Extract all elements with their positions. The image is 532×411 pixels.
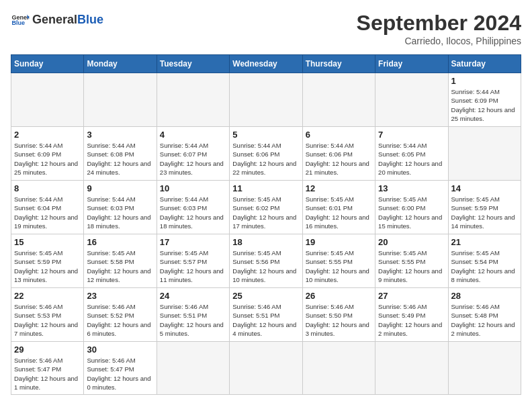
day-info: Sunrise: 5:45 AM Sunset: 5:56 PM Dayligh…	[232, 248, 299, 284]
weekday-header-tuesday: Tuesday	[157, 55, 229, 73]
logo-icon: General Blue	[11, 11, 30, 30]
day-info: Sunrise: 5:46 AM Sunset: 5:49 PM Dayligh…	[378, 302, 445, 338]
calendar-day: 16Sunrise: 5:45 AM Sunset: 5:58 PM Dayli…	[84, 234, 157, 288]
day-number: 10	[160, 183, 226, 193]
title-block: September 2024 Carriedo, Ilocos, Philipp…	[357, 11, 521, 46]
calendar-day	[375, 342, 448, 395]
svg-text:Blue: Blue	[11, 19, 25, 26]
calendar-day: 20Sunrise: 5:45 AM Sunset: 5:55 PM Dayli…	[375, 234, 448, 288]
day-number: 29	[14, 345, 81, 355]
day-number: 4	[160, 130, 226, 140]
day-number: 6	[306, 130, 372, 140]
calendar-day: 28Sunrise: 5:46 AM Sunset: 5:48 PM Dayli…	[448, 288, 521, 342]
day-info: Sunrise: 5:44 AM Sunset: 6:09 PM Dayligh…	[14, 141, 81, 177]
day-number: 2	[14, 130, 81, 140]
day-info: Sunrise: 5:45 AM Sunset: 5:58 PM Dayligh…	[87, 248, 153, 284]
calendar-day	[84, 73, 157, 127]
calendar-day	[375, 73, 448, 127]
day-info: Sunrise: 5:46 AM Sunset: 5:52 PM Dayligh…	[87, 302, 153, 338]
calendar-day: 23Sunrise: 5:46 AM Sunset: 5:52 PM Dayli…	[84, 288, 157, 342]
calendar-day	[157, 342, 229, 395]
calendar-day: 13Sunrise: 5:45 AM Sunset: 6:00 PM Dayli…	[375, 181, 448, 234]
calendar-day: 2Sunrise: 5:44 AM Sunset: 6:09 PM Daylig…	[11, 127, 84, 181]
day-number: 23	[87, 291, 153, 301]
day-info: Sunrise: 5:46 AM Sunset: 5:47 PM Dayligh…	[14, 356, 81, 392]
day-number: 28	[451, 291, 518, 301]
calendar-day: 8Sunrise: 5:44 AM Sunset: 6:04 PM Daylig…	[11, 181, 84, 234]
calendar-table: SundayMondayTuesdayWednesdayThursdayFrid…	[11, 54, 521, 395]
day-info: Sunrise: 5:44 AM Sunset: 6:03 PM Dayligh…	[160, 195, 226, 230]
calendar-day: 29Sunrise: 5:46 AM Sunset: 5:47 PM Dayli…	[11, 342, 84, 395]
day-info: Sunrise: 5:44 AM Sunset: 6:08 PM Dayligh…	[87, 141, 153, 177]
calendar-day: 15Sunrise: 5:45 AM Sunset: 5:59 PM Dayli…	[11, 234, 84, 288]
calendar-day	[230, 73, 302, 127]
weekday-header-row: SundayMondayTuesdayWednesdayThursdayFrid…	[11, 55, 521, 73]
calendar-day: 27Sunrise: 5:46 AM Sunset: 5:49 PM Dayli…	[375, 288, 448, 342]
calendar-week-5: 22Sunrise: 5:46 AM Sunset: 5:53 PM Dayli…	[11, 288, 521, 342]
calendar-day	[11, 73, 84, 127]
day-number: 9	[87, 183, 153, 193]
calendar-week-3: 8Sunrise: 5:44 AM Sunset: 6:04 PM Daylig…	[11, 181, 521, 234]
calendar-day	[302, 342, 375, 395]
location: Carriedo, Ilocos, Philippines	[357, 36, 521, 46]
calendar-week-2: 2Sunrise: 5:44 AM Sunset: 6:09 PM Daylig…	[11, 127, 521, 181]
calendar-day: 21Sunrise: 5:45 AM Sunset: 5:54 PM Dayli…	[448, 234, 521, 288]
weekday-header-wednesday: Wednesday	[230, 55, 302, 73]
logo: General Blue GeneralBlue	[11, 11, 103, 30]
day-info: Sunrise: 5:44 AM Sunset: 6:06 PM Dayligh…	[232, 141, 299, 177]
calendar-day: 11Sunrise: 5:45 AM Sunset: 6:02 PM Dayli…	[230, 181, 302, 234]
day-info: Sunrise: 5:46 AM Sunset: 5:51 PM Dayligh…	[232, 302, 299, 338]
calendar-day: 14Sunrise: 5:45 AM Sunset: 5:59 PM Dayli…	[448, 181, 521, 234]
day-number: 3	[87, 130, 153, 140]
logo-text: GeneralBlue	[32, 13, 103, 27]
day-info: Sunrise: 5:46 AM Sunset: 5:50 PM Dayligh…	[306, 302, 372, 338]
day-info: Sunrise: 5:44 AM Sunset: 6:04 PM Dayligh…	[14, 195, 81, 230]
calendar-day: 25Sunrise: 5:46 AM Sunset: 5:51 PM Dayli…	[230, 288, 302, 342]
day-number: 19	[306, 237, 372, 247]
day-info: Sunrise: 5:46 AM Sunset: 5:47 PM Dayligh…	[87, 356, 153, 392]
calendar-day: 7Sunrise: 5:44 AM Sunset: 6:05 PM Daylig…	[375, 127, 448, 181]
weekday-header-saturday: Saturday	[448, 55, 521, 73]
day-info: Sunrise: 5:44 AM Sunset: 6:09 PM Dayligh…	[451, 87, 518, 123]
day-number: 8	[14, 183, 81, 193]
day-info: Sunrise: 5:46 AM Sunset: 5:53 PM Dayligh…	[14, 302, 81, 338]
day-number: 11	[232, 183, 299, 193]
calendar-day: 5Sunrise: 5:44 AM Sunset: 6:06 PM Daylig…	[230, 127, 302, 181]
calendar-day: 18Sunrise: 5:45 AM Sunset: 5:56 PM Dayli…	[230, 234, 302, 288]
day-number: 14	[451, 183, 518, 193]
day-info: Sunrise: 5:45 AM Sunset: 6:00 PM Dayligh…	[378, 195, 445, 230]
page-header: General Blue GeneralBlue September 2024 …	[11, 11, 521, 46]
calendar-day	[157, 73, 229, 127]
calendar-day	[448, 127, 521, 181]
calendar-day: 17Sunrise: 5:45 AM Sunset: 5:57 PM Dayli…	[157, 234, 229, 288]
weekday-header-sunday: Sunday	[11, 55, 84, 73]
calendar-day	[302, 73, 375, 127]
day-number: 7	[378, 130, 445, 140]
day-number: 26	[306, 291, 372, 301]
calendar-day: 26Sunrise: 5:46 AM Sunset: 5:50 PM Dayli…	[302, 288, 375, 342]
calendar-day: 3Sunrise: 5:44 AM Sunset: 6:08 PM Daylig…	[84, 127, 157, 181]
day-number: 25	[232, 291, 299, 301]
day-info: Sunrise: 5:44 AM Sunset: 6:05 PM Dayligh…	[378, 141, 445, 177]
calendar-day: 12Sunrise: 5:45 AM Sunset: 6:01 PM Dayli…	[302, 181, 375, 234]
calendar-day: 4Sunrise: 5:44 AM Sunset: 6:07 PM Daylig…	[157, 127, 229, 181]
weekday-header-monday: Monday	[84, 55, 157, 73]
day-info: Sunrise: 5:45 AM Sunset: 5:57 PM Dayligh…	[160, 248, 226, 284]
calendar-day: 24Sunrise: 5:46 AM Sunset: 5:51 PM Dayli…	[157, 288, 229, 342]
day-number: 18	[232, 237, 299, 247]
calendar-day: 19Sunrise: 5:45 AM Sunset: 5:55 PM Dayli…	[302, 234, 375, 288]
day-number: 21	[451, 237, 518, 247]
day-info: Sunrise: 5:44 AM Sunset: 6:06 PM Dayligh…	[306, 141, 372, 177]
day-info: Sunrise: 5:44 AM Sunset: 6:07 PM Dayligh…	[160, 141, 226, 177]
day-number: 5	[232, 130, 299, 140]
day-number: 15	[14, 237, 81, 247]
calendar-day: 10Sunrise: 5:44 AM Sunset: 6:03 PM Dayli…	[157, 181, 229, 234]
calendar-day	[230, 342, 302, 395]
calendar-day: 30Sunrise: 5:46 AM Sunset: 5:47 PM Dayli…	[84, 342, 157, 395]
calendar-week-1: 1Sunrise: 5:44 AM Sunset: 6:09 PM Daylig…	[11, 73, 521, 127]
calendar-day: 9Sunrise: 5:44 AM Sunset: 6:03 PM Daylig…	[84, 181, 157, 234]
day-number: 1	[451, 76, 518, 86]
day-number: 20	[378, 237, 445, 247]
day-number: 27	[378, 291, 445, 301]
day-number: 12	[306, 183, 372, 193]
